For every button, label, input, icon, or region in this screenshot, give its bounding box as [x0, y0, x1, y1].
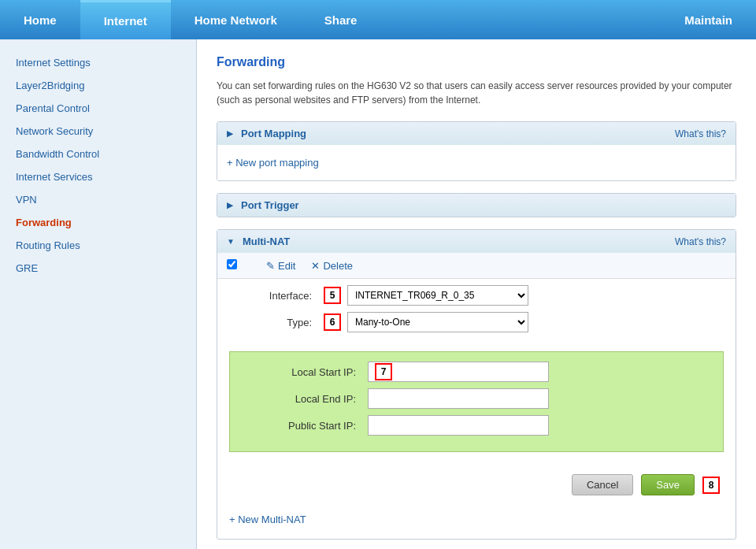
interface-select[interactable]: INTERNET_TR069_R_0_35: [347, 285, 528, 306]
top-nav: Home Internet Home Network Share Maintai…: [0, 0, 756, 39]
port-trigger-header[interactable]: ▶ Port Trigger: [217, 194, 736, 217]
port-mapping-header[interactable]: ▶ Port Mapping What's this?: [217, 122, 736, 145]
port-trigger-section: ▶ Port Trigger: [217, 193, 736, 217]
sidebar-item-parental-control[interactable]: Parental Control: [0, 97, 196, 120]
local-start-ip-input[interactable]: [368, 362, 549, 382]
badge-5: 5: [324, 287, 341, 304]
sidebar-item-bandwidth-control[interactable]: Bandwidth Control: [0, 143, 196, 165]
type-row: Type: 6 Many-to-One One-to-One Many-to-M…: [229, 312, 724, 332]
badge-8: 8: [702, 477, 720, 494]
public-start-ip-label: Public Start IP:: [242, 420, 368, 432]
nav-home-network[interactable]: Home Network: [171, 0, 301, 39]
badge-7: 7: [375, 363, 392, 380]
local-end-ip-row: Local End IP:: [242, 388, 711, 409]
interface-row: Interface: 5 INTERNET_TR069_R_0_35: [229, 285, 724, 306]
local-end-ip-input[interactable]: [368, 388, 549, 409]
save-button[interactable]: Save: [641, 474, 695, 495]
sidebar-item-forwarding[interactable]: Forwarding: [0, 211, 196, 234]
multi-nat-section: ▼ Multi-NAT What's this? ✎ Edit ✕ Delete: [217, 229, 736, 540]
ip-form-section: Local Start IP: Local End IP: Public Sta…: [229, 351, 724, 452]
multi-nat-whats-this[interactable]: What's this?: [675, 236, 726, 247]
port-trigger-arrow-icon: ▶: [227, 201, 233, 210]
sidebar-item-layer2bridging[interactable]: Layer2Bridging: [0, 74, 196, 97]
interface-label: Interface:: [229, 290, 324, 302]
port-trigger-label: Port Trigger: [241, 199, 299, 211]
nav-share[interactable]: Share: [301, 0, 381, 39]
ip-form-container: 7 Local Start IP: Local End IP: Public S…: [217, 351, 736, 466]
sidebar-item-network-security[interactable]: Network Security: [0, 120, 196, 143]
sidebar-item-internet-settings[interactable]: Internet Settings: [0, 51, 196, 74]
delete-icon: ✕: [311, 260, 320, 272]
cancel-button[interactable]: Cancel: [572, 474, 633, 495]
multi-nat-delete-button[interactable]: ✕ Delete: [311, 260, 353, 272]
multi-nat-header[interactable]: ▼ Multi-NAT What's this?: [217, 230, 736, 253]
multi-nat-arrow-icon: ▼: [227, 237, 235, 246]
nav-maintain[interactable]: Maintain: [661, 13, 756, 27]
sidebar-item-routing-rules[interactable]: Routing Rules: [0, 234, 196, 257]
type-label: Type:: [229, 317, 324, 328]
port-mapping-label: Port Mapping: [241, 128, 306, 139]
page-title: Forwarding: [217, 55, 736, 69]
nav-home[interactable]: Home: [0, 0, 80, 39]
multi-nat-checkbox-cell: [227, 259, 250, 272]
port-mapping-section: ▶ Port Mapping What's this? + New port m…: [217, 121, 736, 181]
sidebar-item-internet-services[interactable]: Internet Services: [0, 165, 196, 188]
multi-nat-controls: ✎ Edit ✕ Delete: [217, 253, 736, 279]
port-mapping-arrow-icon: ▶: [227, 129, 233, 138]
edit-icon: ✎: [266, 260, 275, 272]
multi-nat-edit-button[interactable]: ✎ Edit: [266, 260, 295, 272]
sidebar-item-gre[interactable]: GRE: [0, 257, 196, 280]
nav-internet[interactable]: Internet: [80, 0, 171, 39]
port-mapping-whats-this[interactable]: What's this?: [675, 128, 726, 139]
multi-nat-checkbox[interactable]: [227, 259, 237, 269]
interface-container: Interface: 5 INTERNET_TR069_R_0_35 Type:…: [217, 279, 736, 345]
page-description: You can set forwarding rules on the HG63…: [217, 79, 736, 107]
local-end-ip-label: Local End IP:: [242, 393, 368, 405]
main-content: Forwarding You can set forwarding rules …: [197, 39, 756, 549]
port-mapping-body: + New port mapping: [217, 145, 736, 180]
multi-nat-label: Multi-NAT: [243, 236, 290, 247]
sidebar-item-vpn[interactable]: VPN: [0, 188, 196, 211]
new-multinat-container: + New Multi-NAT: [217, 503, 736, 539]
local-start-ip-row: Local Start IP:: [242, 362, 711, 382]
badge-6: 6: [324, 313, 341, 331]
public-start-ip-row: Public Start IP:: [242, 415, 711, 436]
new-multinat-link[interactable]: + New Multi-NAT: [229, 510, 306, 529]
type-select[interactable]: Many-to-One One-to-One Many-to-Many: [347, 312, 528, 332]
sidebar: Internet Settings Layer2Bridging Parenta…: [0, 39, 197, 549]
local-start-ip-label: Local Start IP:: [242, 366, 368, 378]
public-start-ip-input[interactable]: [368, 415, 549, 436]
btn-row: Cancel Save 8: [217, 466, 736, 503]
main-layout: Internet Settings Layer2Bridging Parenta…: [0, 39, 756, 549]
new-port-mapping-link[interactable]: + New port mapping: [227, 153, 319, 172]
